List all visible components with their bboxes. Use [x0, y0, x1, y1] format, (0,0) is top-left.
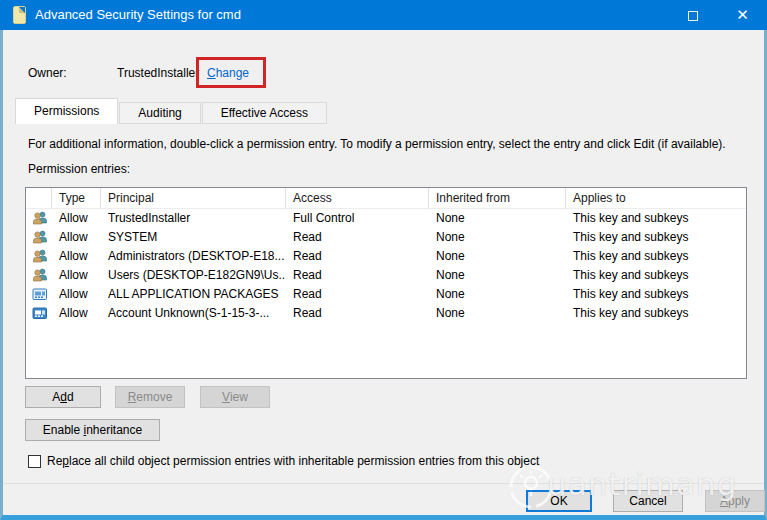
cell-principal: ALL APPLICATION PACKAGES — [101, 285, 286, 304]
remove-button[interactable]: Remove — [115, 386, 185, 408]
cell-access: Full Control — [286, 209, 429, 228]
tab-effective-access[interactable]: Effective Access — [202, 102, 327, 124]
cell-type: Allow — [52, 304, 101, 323]
table-row[interactable]: Allow Account Unknown(S-1-15-3-... Read … — [26, 304, 746, 323]
cell-principal: Users (DESKTOP-E182GN9\Us... — [101, 266, 286, 285]
ok-button[interactable]: OK — [526, 490, 592, 512]
header-icon-spacer — [26, 188, 52, 209]
replace-child-permissions-checkbox[interactable] — [28, 455, 41, 468]
cell-principal: SYSTEM — [101, 228, 286, 247]
cell-inherited-from: None — [429, 266, 566, 285]
cell-inherited-from: None — [429, 304, 566, 323]
table-row[interactable]: Allow ALL APPLICATION PACKAGES Read None… — [26, 285, 746, 304]
red-highlight-annotation — [196, 57, 266, 88]
tab-strip: Permissions Auditing Effective Access — [15, 98, 327, 124]
advanced-security-settings-dialog: Advanced Security Settings for cmd ✕ Own… — [0, 0, 767, 520]
table-row[interactable]: Allow Administrators (DESKTOP-E18... Rea… — [26, 247, 746, 266]
cell-inherited-from: None — [429, 228, 566, 247]
apply-button[interactable]: Apply — [705, 490, 765, 512]
owner-label: Owner: — [28, 66, 67, 80]
title-bar: Advanced Security Settings for cmd ✕ — [0, 0, 767, 30]
cell-access: Read — [286, 304, 429, 323]
table-row[interactable]: Allow SYSTEM Read None This key and subk… — [26, 228, 746, 247]
cell-applies-to: This key and subkeys — [566, 209, 746, 228]
table-row[interactable]: Allow Users (DESKTOP-E182GN9\Us... Read … — [26, 266, 746, 285]
document-icon — [13, 6, 26, 24]
window-title: Advanced Security Settings for cmd — [35, 7, 241, 22]
tab-auditing[interactable]: Auditing — [119, 102, 200, 124]
footer-separator — [3, 483, 764, 484]
cancel-button[interactable]: Cancel — [613, 490, 683, 512]
cell-access: Read — [286, 247, 429, 266]
table-row[interactable]: Allow TrustedInstaller Full Control None… — [26, 209, 746, 228]
cell-applies-to: This key and subkeys — [566, 266, 746, 285]
cell-type: Allow — [52, 209, 101, 228]
cell-applies-to: This key and subkeys — [566, 247, 746, 266]
maximize-icon — [688, 11, 698, 21]
users-group-icon — [26, 228, 52, 247]
cell-inherited-from: None — [429, 209, 566, 228]
cell-access: Read — [286, 228, 429, 247]
app-package-filled-icon — [26, 304, 52, 323]
column-header-principal[interactable]: Principal — [101, 188, 286, 209]
cell-applies-to: This key and subkeys — [566, 228, 746, 247]
column-header-access[interactable]: Access — [286, 188, 429, 209]
cell-access: Read — [286, 266, 429, 285]
dialog-body: Owner: TrustedInstaller Change Permissio… — [0, 30, 767, 520]
cell-access: Read — [286, 285, 429, 304]
app-package-icon — [26, 285, 52, 304]
cell-principal: Administrators (DESKTOP-E18... — [101, 247, 286, 266]
permission-entries-table: Type Principal Access Inherited from App… — [25, 187, 747, 379]
column-header-applies-to[interactable]: Applies to — [566, 188, 746, 209]
owner-value: TrustedInstaller — [117, 66, 199, 80]
maximize-button[interactable] — [670, 0, 715, 30]
users-group-icon — [26, 266, 52, 285]
cell-principal: TrustedInstaller — [101, 209, 286, 228]
cell-type: Allow — [52, 285, 101, 304]
permission-entries-label: Permission entries: — [28, 162, 130, 176]
add-button[interactable]: Add — [25, 386, 101, 408]
cell-applies-to: This key and subkeys — [566, 285, 746, 304]
cell-inherited-from: None — [429, 247, 566, 266]
cell-type: Allow — [52, 247, 101, 266]
cell-principal: Account Unknown(S-1-15-3-... — [101, 304, 286, 323]
replace-child-permissions-label: Replace all child object permission entr… — [47, 454, 539, 468]
tab-permissions[interactable]: Permissions — [15, 98, 118, 124]
info-text: For additional information, double-click… — [28, 137, 758, 151]
users-group-icon — [26, 209, 52, 228]
close-button[interactable]: ✕ — [720, 0, 765, 30]
replace-child-permissions-row: Replace all child object permission entr… — [28, 454, 539, 468]
column-header-inherited-from[interactable]: Inherited from — [429, 188, 566, 209]
view-button[interactable]: View — [200, 386, 270, 408]
column-header-type[interactable]: Type — [52, 188, 101, 209]
cell-type: Allow — [52, 228, 101, 247]
table-header-row: Type Principal Access Inherited from App… — [26, 188, 746, 209]
users-group-icon — [26, 247, 52, 266]
cell-inherited-from: None — [429, 285, 566, 304]
enable-inheritance-button[interactable]: Enable inheritance — [25, 419, 160, 441]
cell-type: Allow — [52, 266, 101, 285]
cell-applies-to: This key and subkeys — [566, 304, 746, 323]
